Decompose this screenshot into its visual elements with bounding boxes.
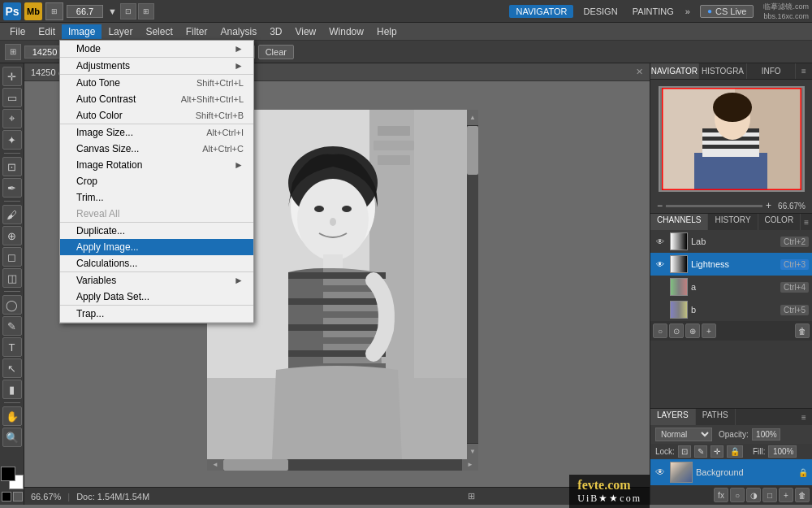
channel-b[interactable]: b Ctrl+5 — [650, 298, 812, 321]
delete-channel-btn[interactable]: 🗑 — [795, 323, 810, 338]
menu-item-auto-tone[interactable]: Auto Tone Shift+Ctrl+L — [60, 75, 253, 91]
scroll-right-icon[interactable]: ⊞ — [468, 491, 475, 501]
delete-layer-btn[interactable]: 🗑 — [795, 488, 810, 502]
clear-button[interactable]: Clear — [258, 45, 294, 59]
tab-info[interactable]: INFO — [747, 63, 796, 79]
zoom-tool[interactable]: 🔍 — [2, 428, 22, 447]
lock-image-btn[interactable]: ✎ — [694, 445, 707, 458]
type-tool[interactable]: T — [2, 337, 22, 357]
menu-item-auto-contrast[interactable]: Auto Contrast Alt+Shift+Ctrl+L — [60, 91, 253, 107]
hand-tool[interactable]: ✋ — [2, 406, 22, 426]
tab-paths[interactable]: PATHS — [696, 409, 736, 425]
cs-live-button[interactable]: ● CS Live — [700, 5, 754, 18]
channel-lightness[interactable]: 👁 Lightness Ctrl+3 — [650, 253, 812, 276]
menu-edit[interactable]: Edit — [32, 24, 62, 39]
menu-item-apply-image[interactable]: Apply Image... — [60, 239, 253, 255]
menu-item-mode[interactable]: Mode ► — [60, 41, 253, 57]
magic-wand-tool[interactable]: ✦ — [2, 130, 22, 150]
menu-window[interactable]: Window — [322, 24, 370, 39]
menu-file[interactable]: File — [3, 24, 32, 39]
menu-item-calculations[interactable]: Calculations... — [60, 255, 253, 271]
dodge-tool[interactable]: ◯ — [2, 295, 22, 315]
channel-a-eye[interactable] — [654, 280, 667, 293]
save-selection-btn[interactable]: ⊙ — [669, 323, 684, 338]
menu-item-trap[interactable]: Trap... — [60, 306, 253, 322]
path-select-tool[interactable]: ↖ — [2, 358, 22, 378]
menu-analysis[interactable]: Analysis — [214, 24, 263, 39]
move-tool[interactable]: ✛ — [2, 67, 22, 86]
channel-to-selection-btn[interactable]: ○ — [653, 323, 667, 338]
fg-color-swatch[interactable] — [1, 467, 15, 481]
menu-3d[interactable]: 3D — [263, 24, 288, 39]
menu-help[interactable]: Help — [370, 24, 404, 39]
nav-zoom-out-icon[interactable]: − — [657, 200, 663, 211]
channel-lab-eye[interactable]: 👁 — [654, 235, 667, 248]
menu-image[interactable]: Image — [62, 24, 102, 39]
lock-position-btn[interactable]: ✛ — [710, 445, 723, 458]
painting-label[interactable]: PAINTING — [628, 5, 679, 18]
quick-mask-icon[interactable] — [2, 492, 11, 501]
opacity-input[interactable] — [752, 428, 780, 441]
tab-history[interactable]: HISTORY — [708, 214, 758, 230]
menu-filter[interactable]: Filter — [179, 24, 214, 39]
menu-item-image-rotation[interactable]: Image Rotation ► — [60, 157, 253, 173]
eyedropper-tool[interactable]: ✒ — [2, 178, 22, 198]
layer-fx-btn[interactable]: fx — [714, 488, 728, 502]
layer-adj-btn[interactable]: ◑ — [746, 488, 761, 502]
load-channel-btn[interactable]: ⊕ — [685, 323, 700, 338]
eraser-tool[interactable]: ◻ — [2, 247, 22, 267]
layers-menu-icon[interactable]: ≡ — [796, 409, 812, 425]
more-workspaces[interactable]: » — [684, 5, 692, 18]
channel-a[interactable]: a Ctrl+4 — [650, 276, 812, 298]
nav-zoom-slider[interactable] — [666, 205, 762, 207]
tab-navigator[interactable]: NAVIGATOR — [650, 63, 699, 79]
menu-item-trim[interactable]: Trim... — [60, 189, 253, 206]
menu-item-adjustments[interactable]: Adjustments ► — [60, 58, 253, 74]
menu-item-auto-color[interactable]: Auto Color Shift+Ctrl+B — [60, 107, 253, 124]
channel-b-eye[interactable] — [654, 303, 667, 316]
shape-tool[interactable]: ▮ — [2, 380, 22, 399]
layer-group-btn[interactable]: □ — [762, 488, 777, 502]
tab-layers[interactable]: LAYERS — [650, 409, 696, 425]
menu-item-image-size[interactable]: Image Size... Alt+Ctrl+I — [60, 124, 253, 141]
channel-lightness-eye[interactable]: 👁 — [654, 258, 667, 271]
menu-select[interactable]: Select — [139, 24, 179, 39]
canvas-scrollbar-v[interactable]: ▲ ▼ — [467, 110, 478, 459]
channels-menu-icon[interactable]: ≡ — [801, 214, 812, 230]
essentials-button[interactable]: NAVIGATOR — [509, 5, 573, 18]
lock-all-btn[interactable]: 🔒 — [727, 445, 743, 458]
layer-mask-btn[interactable]: ○ — [730, 488, 745, 502]
menu-item-crop[interactable]: Crop — [60, 173, 253, 189]
fill-input[interactable] — [768, 445, 797, 458]
layer-background[interactable]: 👁 Background 🔒 — [650, 459, 812, 485]
pen-tool[interactable]: ✎ — [2, 316, 22, 336]
menu-view[interactable]: View — [288, 24, 322, 39]
new-layer-btn[interactable]: + — [779, 488, 793, 502]
menu-item-apply-dataset[interactable]: Apply Data Set... — [60, 289, 253, 305]
menu-item-variables[interactable]: Variables ► — [60, 272, 253, 289]
layer-eye-icon[interactable]: 👁 — [654, 466, 667, 479]
menu-item-canvas-size[interactable]: Canvas Size... Alt+Ctrl+C — [60, 141, 253, 157]
brush-tool[interactable]: 🖌 — [2, 205, 22, 224]
canvas-scrollbar-h[interactable]: ◄ ► — [207, 459, 478, 471]
nav-zoom-in-icon[interactable]: + — [766, 200, 771, 211]
clone-tool[interactable]: ⊕ — [2, 226, 22, 245]
screen-mode-icon[interactable] — [13, 492, 23, 501]
lasso-tool[interactable]: ⌖ — [2, 109, 22, 128]
panel-menu-icon[interactable]: ≡ — [796, 63, 812, 79]
tool-preset-icon[interactable]: ⊞ — [5, 44, 21, 60]
close-tab-icon[interactable]: ✕ — [636, 67, 643, 77]
crop-tool[interactable]: ⊡ — [2, 157, 22, 176]
new-channel-btn[interactable]: + — [702, 323, 716, 338]
channel-lab[interactable]: 👁 Lab Ctrl+2 — [650, 230, 812, 253]
lock-transparent-btn[interactable]: ⊡ — [678, 445, 691, 458]
menu-layer[interactable]: Layer — [102, 24, 139, 39]
design-label[interactable]: DESIGN — [578, 5, 622, 18]
tab-histogram[interactable]: HISTOGRA — [699, 63, 748, 79]
menu-item-duplicate[interactable]: Duplicate... — [60, 223, 253, 239]
tab-color[interactable]: COLOR — [758, 214, 801, 230]
marquee-tool[interactable]: ▭ — [2, 88, 22, 107]
blend-mode-select[interactable]: Normal — [655, 428, 712, 441]
tab-channels[interactable]: CHANNELS — [650, 214, 708, 230]
gradient-tool[interactable]: ◫ — [2, 268, 22, 288]
